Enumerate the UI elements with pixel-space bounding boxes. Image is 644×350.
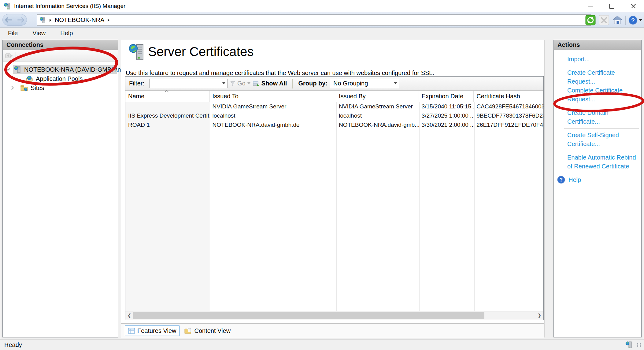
navigation-buttons <box>2 14 27 26</box>
breadcrumb-arrow-icon[interactable] <box>107 18 110 22</box>
table-body: NVIDIA GameStream Server NVIDIA GameStre… <box>125 102 543 311</box>
go-button: Go <box>230 80 250 87</box>
filter-input[interactable] <box>149 79 228 88</box>
tab-content-view[interactable]: Content View <box>181 326 234 336</box>
cell-name: ROAD 1 <box>125 122 210 128</box>
divider <box>564 128 639 129</box>
menu-view[interactable]: View <box>32 30 46 37</box>
connections-tree: NOTEBOOK-NRA (DAVID-GMBH\nra) Applicatio… <box>3 62 118 92</box>
help-icon: ? <box>557 175 565 184</box>
action-enable-automatic-rebind[interactable]: Enable Automatic Rebind of Renewed Certi… <box>567 153 639 171</box>
resize-grip[interactable] <box>637 343 642 347</box>
create-connection-icon[interactable] <box>5 52 13 60</box>
scrollbar-thumb[interactable] <box>133 312 484 319</box>
tree-node-application-pools[interactable]: Application Pools <box>3 74 118 83</box>
breadcrumb-arrow-icon[interactable] <box>49 18 52 22</box>
action-import[interactable]: Import... <box>567 55 639 64</box>
action-create-self-signed-certificate[interactable]: Create Self-Signed Certificate... <box>567 131 639 149</box>
sites-label[interactable]: Sites <box>31 85 44 92</box>
table-row[interactable]: IIS Express Development Certif... localh… <box>125 111 543 120</box>
show-all-button[interactable]: Show All <box>253 80 287 87</box>
menu-help[interactable]: Help <box>60 30 73 37</box>
column-divider <box>419 102 420 311</box>
connections-panel: Connections <box>2 40 118 337</box>
view-tabs: Features View Content View <box>121 323 544 338</box>
sorted-column-shading <box>125 102 210 311</box>
application-pools-label[interactable]: Application Pools <box>36 75 83 82</box>
home-button[interactable] <box>612 15 623 26</box>
filter-funnel-icon <box>230 81 235 86</box>
maximize-button[interactable] <box>601 0 623 12</box>
breadcrumb-server-icon <box>39 17 46 24</box>
toolbar-separator <box>625 16 626 25</box>
action-help[interactable]: ? Help <box>557 175 641 184</box>
close-icon <box>631 4 636 9</box>
cell-expiration-date: 3/15/2040 11:05:15... <box>419 103 474 110</box>
breadcrumb-server-name[interactable]: NOTEBOOK-NRA <box>55 17 104 24</box>
status-bar: Ready <box>0 339 644 350</box>
cell-certificate-hash: CAC4928FE546718460037BF <box>474 103 543 110</box>
cell-issued-by: NVIDIA GameStream Server <box>336 103 419 110</box>
back-button[interactable] <box>5 17 13 23</box>
cell-issued-to: NOTEBOOK-NRA.david-gmbh.de <box>210 122 336 128</box>
minimize-icon <box>588 6 593 6</box>
minimize-button[interactable] <box>580 0 601 12</box>
actions-header: Actions <box>554 40 641 50</box>
tree-node-sites[interactable]: Sites <box>3 83 118 92</box>
cell-issued-to: localhost <box>210 112 336 119</box>
divider <box>564 66 639 66</box>
cell-issued-by: NOTEBOOK-NRA.david-gmb... <box>336 122 419 128</box>
table-header-row: Name Issued To Issued By Expiration Date… <box>125 91 543 102</box>
menu-file[interactable]: File <box>8 30 18 37</box>
refresh-button[interactable] <box>585 15 596 26</box>
column-header-name[interactable]: Name <box>125 91 210 102</box>
svg-text:?: ? <box>631 17 635 24</box>
scroll-left-arrow[interactable]: ❮ <box>125 311 133 319</box>
group-by-select[interactable]: No Grouping <box>330 79 399 88</box>
group-by-value: No Grouping <box>333 80 368 87</box>
column-divider <box>336 102 337 311</box>
action-create-certificate-request[interactable]: Create Certificate Request... <box>567 68 639 86</box>
column-header-expiration-date[interactable]: Expiration Date <box>419 91 474 102</box>
server-node-label[interactable]: NOTEBOOK-NRA (DAVID-GMBH\nra) <box>24 66 128 73</box>
forward-button[interactable] <box>17 17 25 23</box>
column-divider <box>474 102 475 311</box>
help-button[interactable]: ? <box>628 15 642 25</box>
action-complete-certificate-request[interactable]: Complete Certificate Request... <box>567 86 639 104</box>
column-header-certificate-hash[interactable]: Certificate Hash <box>474 91 543 102</box>
cell-expiration-date: 3/27/2025 1:00:00 ... <box>419 112 474 119</box>
content-view-icon <box>184 328 192 334</box>
actions-panel: Actions Import... Create Certificate Req… <box>553 40 642 337</box>
horizontal-scrollbar[interactable]: ❮ ❯ <box>125 311 543 320</box>
collapse-chevron-icon[interactable] <box>6 68 10 71</box>
table-row[interactable]: ROAD 1 NOTEBOOK-NRA.david-gmbh.de NOTEBO… <box>125 120 543 130</box>
breadcrumb[interactable]: NOTEBOOK-NRA <box>37 14 591 26</box>
certificates-list: Filter: Go <box>125 76 544 320</box>
menu-bar: File View Help <box>0 28 644 39</box>
server-certificates-icon <box>128 43 146 61</box>
tab-label: Features View <box>137 327 176 334</box>
filter-label: Filter: <box>129 80 144 87</box>
table-row[interactable]: NVIDIA GameStream Server NVIDIA GameStre… <box>125 102 543 111</box>
title-bar: Internet Information Services (IIS) Mana… <box>0 0 644 12</box>
tree-node-server[interactable]: NOTEBOOK-NRA (DAVID-GMBH\nra) <box>3 65 118 74</box>
column-header-issued-to[interactable]: Issued To <box>210 91 336 102</box>
close-button[interactable] <box>623 0 644 12</box>
cell-certificate-hash: 9BECDF778301378F6D24E1F <box>474 112 543 119</box>
toolbar-separator <box>16 52 16 60</box>
address-bar: NOTEBOOK-NRA <box>0 12 644 28</box>
action-create-domain-certificate[interactable]: Create Domain Certificate... <box>567 108 639 126</box>
column-header-issued-by[interactable]: Issued By <box>336 91 419 102</box>
page-title: Server Certificates <box>148 44 254 59</box>
help-label[interactable]: Help <box>568 175 581 184</box>
dropdown-arrow-icon <box>394 82 397 85</box>
divider <box>564 106 639 106</box>
divider <box>564 151 639 151</box>
filter-toolbar: Filter: Go <box>125 77 543 91</box>
scroll-right-arrow[interactable]: ❯ <box>535 311 543 319</box>
tab-features-view[interactable]: Features View <box>125 326 180 336</box>
server-node-icon <box>14 66 22 73</box>
cell-issued-to: NVIDIA GameStream Server <box>210 103 336 110</box>
expand-chevron-icon[interactable] <box>11 86 14 90</box>
group-by-label: Group by: <box>298 80 328 87</box>
